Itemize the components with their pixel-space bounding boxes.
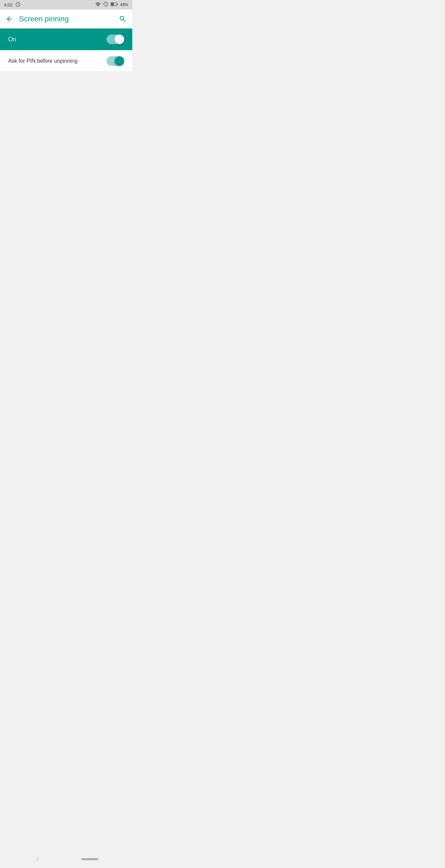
screen-pinning-toggle[interactable] [107,35,124,44]
status-alarm-icon [15,2,21,8]
page-title: Screen pinning [19,15,113,23]
svg-rect-1 [117,3,118,5]
battery-icon [111,2,118,8]
status-alarm2-icon [103,1,109,8]
ask-pin-label: Ask for PIN before unpinning [8,58,78,64]
ask-pin-toggle[interactable] [107,56,124,66]
app-bar: Screen pinning [0,9,132,28]
battery-percent: 48% [120,2,128,7]
ask-pin-row[interactable]: Ask for PIN before unpinning [0,50,132,72]
svg-rect-2 [111,3,114,5]
status-right: 48% [95,1,128,8]
search-button[interactable] [119,15,127,23]
content-area [0,72,132,275]
status-bar: 4:02 [0,0,132,9]
ask-pin-toggle-thumb [115,56,124,66]
page-wrapper: 4:02 [0,0,132,275]
wifi-icon [95,2,101,8]
status-time: 4:02 [4,2,13,7]
back-button[interactable] [5,15,14,23]
toggle-thumb [115,35,124,44]
status-left: 4:02 [4,2,21,8]
screen-pinning-on-row[interactable]: On [0,28,132,50]
screen-pinning-on-label: On [8,36,16,43]
